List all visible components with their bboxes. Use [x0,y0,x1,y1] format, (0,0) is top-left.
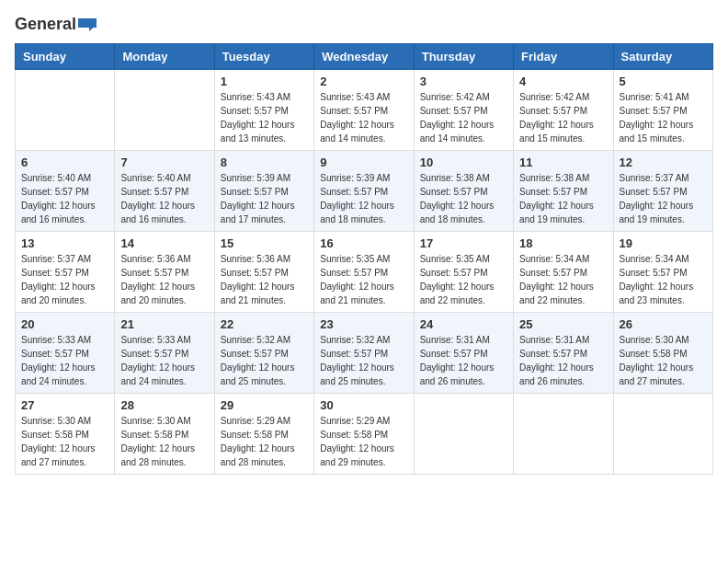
day-info: Sunrise: 5:32 AM Sunset: 5:57 PM Dayligh… [221,333,308,388]
calendar-cell: 21Sunrise: 5:33 AM Sunset: 5:57 PM Dayli… [115,313,214,394]
logo-flag-icon [78,18,97,31]
day-info: Sunrise: 5:39 AM Sunset: 5:57 PM Dayligh… [320,171,407,226]
calendar-cell: 23Sunrise: 5:32 AM Sunset: 5:57 PM Dayli… [314,313,414,394]
day-info: Sunrise: 5:30 AM Sunset: 5:58 PM Dayligh… [120,414,208,469]
calendar-cell: 22Sunrise: 5:32 AM Sunset: 5:57 PM Dayli… [214,313,313,394]
day-info: Sunrise: 5:36 AM Sunset: 5:57 PM Dayligh… [221,252,308,307]
day-info: Sunrise: 5:38 AM Sunset: 5:57 PM Dayligh… [519,171,607,226]
day-info: Sunrise: 5:40 AM Sunset: 5:57 PM Dayligh… [120,171,208,226]
weekday-header-monday: Monday [115,44,214,70]
calendar-cell [16,70,115,151]
calendar-cell: 7Sunrise: 5:40 AM Sunset: 5:57 PM Daylig… [115,151,214,232]
calendar-header-row: SundayMondayTuesdayWednesdayThursdayFrid… [16,44,713,70]
calendar-week-2: 6Sunrise: 5:40 AM Sunset: 5:57 PM Daylig… [16,151,713,232]
day-number: 9 [320,155,407,169]
day-number: 18 [519,236,607,250]
day-number: 17 [420,236,507,250]
svg-marker-1 [78,22,89,28]
day-number: 10 [420,155,507,169]
day-number: 14 [120,236,208,250]
day-number: 16 [320,236,407,250]
day-info: Sunrise: 5:31 AM Sunset: 5:57 PM Dayligh… [519,333,607,388]
calendar-cell: 5Sunrise: 5:41 AM Sunset: 5:57 PM Daylig… [613,70,712,151]
day-number: 15 [221,236,308,250]
day-number: 24 [420,317,507,331]
day-info: Sunrise: 5:33 AM Sunset: 5:57 PM Dayligh… [21,333,108,388]
day-info: Sunrise: 5:42 AM Sunset: 5:57 PM Dayligh… [420,90,507,145]
day-number: 26 [620,317,707,331]
calendar-week-1: 1Sunrise: 5:43 AM Sunset: 5:57 PM Daylig… [16,70,713,151]
day-number: 4 [519,75,607,88]
calendar-cell: 24Sunrise: 5:31 AM Sunset: 5:57 PM Dayli… [414,313,513,394]
day-info: Sunrise: 5:35 AM Sunset: 5:57 PM Dayligh… [320,252,407,307]
day-info: Sunrise: 5:41 AM Sunset: 5:57 PM Dayligh… [620,90,707,145]
calendar-cell: 4Sunrise: 5:42 AM Sunset: 5:57 PM Daylig… [514,70,613,151]
day-info: Sunrise: 5:42 AM Sunset: 5:57 PM Dayligh… [519,90,607,145]
day-info: Sunrise: 5:39 AM Sunset: 5:57 PM Dayligh… [221,171,308,226]
day-info: Sunrise: 5:32 AM Sunset: 5:57 PM Dayligh… [320,333,407,388]
calendar-cell: 20Sunrise: 5:33 AM Sunset: 5:57 PM Dayli… [16,313,115,394]
calendar-cell [613,394,712,475]
day-number: 8 [221,155,308,169]
calendar-cell: 1Sunrise: 5:43 AM Sunset: 5:57 PM Daylig… [214,70,313,151]
day-number: 25 [519,317,607,331]
weekday-header-tuesday: Tuesday [214,44,313,70]
day-number: 5 [620,75,707,88]
day-number: 3 [420,75,507,88]
calendar-cell: 26Sunrise: 5:30 AM Sunset: 5:58 PM Dayli… [613,313,712,394]
calendar-cell: 10Sunrise: 5:38 AM Sunset: 5:57 PM Dayli… [414,151,513,232]
calendar-cell: 15Sunrise: 5:36 AM Sunset: 5:57 PM Dayli… [214,232,313,313]
day-info: Sunrise: 5:30 AM Sunset: 5:58 PM Dayligh… [21,414,108,469]
calendar-table: SundayMondayTuesdayWednesdayThursdayFrid… [15,43,713,475]
weekday-header-wednesday: Wednesday [314,44,414,70]
day-number: 12 [620,155,707,169]
day-number: 6 [21,155,108,169]
calendar-week-4: 20Sunrise: 5:33 AM Sunset: 5:57 PM Dayli… [16,313,713,394]
day-info: Sunrise: 5:38 AM Sunset: 5:57 PM Dayligh… [420,171,507,226]
page-header: General [15,15,713,34]
calendar-cell: 13Sunrise: 5:37 AM Sunset: 5:57 PM Dayli… [16,232,115,313]
calendar-cell: 2Sunrise: 5:43 AM Sunset: 5:57 PM Daylig… [314,70,414,151]
calendar-cell: 28Sunrise: 5:30 AM Sunset: 5:58 PM Dayli… [115,394,214,475]
weekday-header-saturday: Saturday [613,44,712,70]
weekday-header-thursday: Thursday [414,44,513,70]
day-info: Sunrise: 5:29 AM Sunset: 5:58 PM Dayligh… [320,414,407,469]
day-number: 20 [21,317,108,331]
logo-general-text: General [15,15,76,34]
day-info: Sunrise: 5:40 AM Sunset: 5:57 PM Dayligh… [21,171,108,226]
day-info: Sunrise: 5:31 AM Sunset: 5:57 PM Dayligh… [420,333,507,388]
day-info: Sunrise: 5:43 AM Sunset: 5:57 PM Dayligh… [221,90,308,145]
calendar-cell: 25Sunrise: 5:31 AM Sunset: 5:57 PM Dayli… [514,313,613,394]
calendar-cell: 16Sunrise: 5:35 AM Sunset: 5:57 PM Dayli… [314,232,414,313]
day-number: 13 [21,236,108,250]
calendar-cell: 6Sunrise: 5:40 AM Sunset: 5:57 PM Daylig… [16,151,115,232]
calendar-cell [414,394,513,475]
day-number: 2 [320,75,407,88]
calendar-week-5: 27Sunrise: 5:30 AM Sunset: 5:58 PM Dayli… [16,394,713,475]
day-info: Sunrise: 5:37 AM Sunset: 5:57 PM Dayligh… [21,252,108,307]
day-number: 22 [221,317,308,331]
calendar-cell: 17Sunrise: 5:35 AM Sunset: 5:57 PM Dayli… [414,232,513,313]
day-info: Sunrise: 5:36 AM Sunset: 5:57 PM Dayligh… [120,252,208,307]
weekday-header-sunday: Sunday [16,44,115,70]
weekday-header-friday: Friday [514,44,613,70]
day-info: Sunrise: 5:35 AM Sunset: 5:57 PM Dayligh… [420,252,507,307]
day-info: Sunrise: 5:33 AM Sunset: 5:57 PM Dayligh… [120,333,208,388]
day-info: Sunrise: 5:29 AM Sunset: 5:58 PM Dayligh… [221,414,308,469]
calendar-cell: 9Sunrise: 5:39 AM Sunset: 5:57 PM Daylig… [314,151,414,232]
day-info: Sunrise: 5:43 AM Sunset: 5:57 PM Dayligh… [320,90,407,145]
day-info: Sunrise: 5:37 AM Sunset: 5:57 PM Dayligh… [620,171,707,226]
calendar-cell: 12Sunrise: 5:37 AM Sunset: 5:57 PM Dayli… [613,151,712,232]
day-number: 29 [221,398,308,412]
day-number: 30 [320,398,407,412]
day-number: 21 [120,317,208,331]
calendar-cell: 29Sunrise: 5:29 AM Sunset: 5:58 PM Dayli… [214,394,313,475]
day-number: 1 [221,75,308,88]
calendar-cell: 18Sunrise: 5:34 AM Sunset: 5:57 PM Dayli… [514,232,613,313]
day-number: 27 [21,398,108,412]
calendar-cell: 30Sunrise: 5:29 AM Sunset: 5:58 PM Dayli… [314,394,414,475]
day-number: 23 [320,317,407,331]
calendar-week-3: 13Sunrise: 5:37 AM Sunset: 5:57 PM Dayli… [16,232,713,313]
day-number: 11 [519,155,607,169]
calendar-cell [115,70,214,151]
